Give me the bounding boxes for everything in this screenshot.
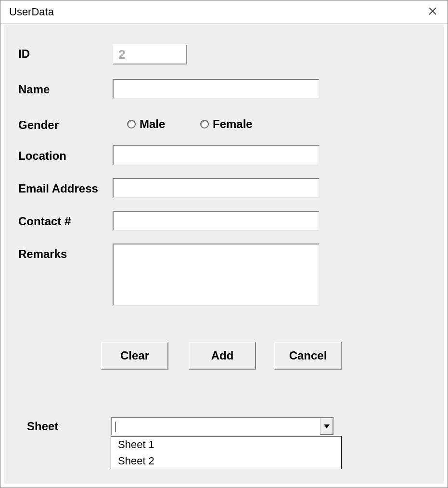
userdata-dialog: UserData ID 2 Name Gender Male Female Lo… — [0, 0, 448, 488]
cancel-button-label: Cancel — [289, 349, 327, 362]
sheet-option[interactable]: Sheet 1 — [111, 437, 341, 453]
location-input[interactable] — [113, 145, 320, 166]
add-button-label: Add — [211, 349, 234, 362]
cancel-button[interactable]: Cancel — [274, 342, 342, 370]
form-body: ID 2 Name Gender Male Female Location Em… — [4, 25, 444, 484]
chevron-down-icon — [324, 424, 330, 428]
clear-button-label: Clear — [120, 349, 149, 362]
name-label: Name — [18, 83, 50, 96]
remarks-textarea[interactable] — [113, 244, 320, 306]
sheet-option[interactable]: Sheet 2 — [111, 453, 341, 469]
contact-input[interactable] — [113, 211, 320, 231]
email-input[interactable] — [113, 178, 320, 198]
gender-female-radio[interactable]: Female — [200, 117, 253, 131]
sheet-dropdown-list: Sheet 1 Sheet 2 — [111, 436, 342, 469]
sheet-label: Sheet — [27, 420, 58, 433]
remarks-label: Remarks — [18, 247, 67, 261]
location-label: Location — [18, 149, 66, 163]
radio-icon — [127, 120, 136, 128]
titlebar: UserData — [0, 0, 448, 24]
id-field: 2 — [113, 44, 187, 64]
add-button[interactable]: Add — [189, 342, 256, 370]
gender-male-radio[interactable]: Male — [127, 117, 165, 131]
id-value: 2 — [118, 47, 125, 62]
sheet-dropdown-button[interactable] — [320, 418, 333, 435]
gender-female-label: Female — [213, 117, 253, 131]
radio-icon — [200, 120, 209, 128]
sheet-combobox[interactable] — [111, 417, 334, 436]
sheet-selected-value — [112, 421, 320, 432]
gender-label: Gender — [18, 118, 59, 132]
id-label: ID — [18, 47, 30, 61]
gender-male-label: Male — [140, 117, 165, 131]
contact-label: Contact # — [18, 215, 71, 228]
close-icon[interactable] — [426, 7, 439, 17]
clear-button[interactable]: Clear — [101, 342, 168, 370]
window-title: UserData — [9, 6, 54, 18]
name-input[interactable] — [113, 79, 320, 99]
email-label: Email Address — [18, 182, 98, 195]
